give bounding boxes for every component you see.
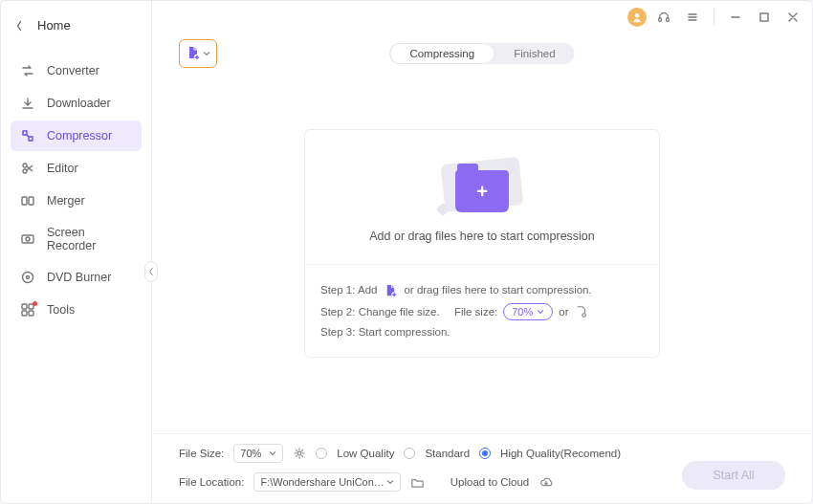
start-all-label: Start All bbox=[713, 469, 754, 482]
quality-high-radio[interactable] bbox=[479, 448, 491, 459]
sidebar-item-screen-recorder[interactable]: Screen Recorder bbox=[11, 218, 142, 260]
file-size-value: 70% bbox=[512, 306, 533, 318]
quality-low-label: Low Quality bbox=[337, 448, 394, 459]
folder-add-illustration: + bbox=[436, 153, 528, 220]
chevron-down-icon bbox=[269, 449, 276, 457]
step-2: Step 2: Change file size. File size: 70%… bbox=[320, 303, 644, 320]
chevron-down-icon bbox=[203, 47, 210, 60]
add-files-button[interactable] bbox=[179, 39, 217, 68]
sidebar-item-label: Converter bbox=[47, 64, 99, 77]
close-button[interactable] bbox=[781, 6, 804, 29]
step-text: File size: bbox=[454, 306, 497, 318]
step-text: Step 1: Add bbox=[320, 284, 377, 296]
compressor-icon bbox=[20, 128, 35, 143]
file-location-value: F:\Wondershare UniConverter 1 bbox=[260, 476, 386, 488]
sidebar-item-label: Editor bbox=[47, 162, 78, 175]
step-text: or drag files here to start compression. bbox=[404, 284, 591, 296]
notification-badge bbox=[33, 301, 37, 306]
account-button[interactable] bbox=[627, 8, 647, 27]
chevron-down-icon bbox=[386, 478, 394, 486]
sidebar-item-dvd-burner[interactable]: DVD Burner bbox=[11, 262, 142, 293]
file-add-icon bbox=[383, 282, 398, 297]
sidebar-item-label: Tools bbox=[47, 303, 75, 317]
quality-standard-label: Standard bbox=[425, 448, 470, 459]
settings-button[interactable] bbox=[293, 447, 306, 460]
sidebar-item-converter[interactable]: Converter bbox=[11, 55, 142, 86]
sidebar-item-label: Merger bbox=[47, 194, 85, 208]
sidebar-item-label: Compressor bbox=[47, 129, 112, 142]
file-size-pill[interactable]: 70% bbox=[503, 303, 553, 320]
sidebar-item-label: Screen Recorder bbox=[47, 226, 132, 252]
step-text: or bbox=[559, 306, 568, 318]
tab-finished[interactable]: Finished bbox=[494, 43, 574, 64]
file-size-select[interactable]: 70% bbox=[233, 444, 283, 463]
quality-standard-radio[interactable] bbox=[404, 448, 415, 459]
sidebar-item-compressor[interactable]: Compressor bbox=[11, 121, 142, 151]
downloader-icon bbox=[20, 96, 35, 111]
sidebar-item-downloader[interactable]: Downloader bbox=[11, 88, 142, 119]
maximize-button[interactable] bbox=[753, 6, 776, 29]
tab-switch: Compressing Finished bbox=[389, 43, 574, 64]
sidebar: Home Converter Downloader Compressor Edi… bbox=[1, 1, 152, 503]
titlebar bbox=[152, 1, 812, 30]
file-location-select[interactable]: F:\Wondershare UniConverter 1 bbox=[253, 472, 401, 492]
support-button[interactable] bbox=[652, 6, 675, 29]
step-1: Step 1: Add or drag files here to start … bbox=[320, 282, 644, 297]
divider bbox=[714, 10, 714, 25]
merger-icon bbox=[20, 193, 35, 208]
step-text: Step 2: Change file size. bbox=[320, 306, 440, 318]
sidebar-item-label: Downloader bbox=[47, 97, 111, 110]
tools-icon bbox=[20, 302, 35, 318]
recorder-icon bbox=[20, 231, 35, 247]
menu-button[interactable] bbox=[681, 6, 704, 29]
main-panel: Compressing Finished + Add or drag files… bbox=[152, 1, 812, 503]
sidebar-item-merger[interactable]: Merger bbox=[11, 186, 142, 216]
step-3: Step 3: Start compression. bbox=[320, 326, 644, 338]
drop-zone-top: + Add or drag files here to start compre… bbox=[305, 130, 659, 264]
sidebar-item-tools[interactable]: Tools bbox=[11, 295, 142, 325]
quality-low-radio[interactable] bbox=[316, 448, 327, 459]
drop-zone[interactable]: + Add or drag files here to start compre… bbox=[304, 129, 660, 358]
chevron-down-icon bbox=[537, 308, 544, 316]
step-text: Step 3: Start compression. bbox=[320, 326, 450, 338]
minimize-button[interactable] bbox=[724, 6, 747, 29]
dvd-icon bbox=[20, 270, 35, 285]
back-icon bbox=[14, 21, 24, 31]
file-size-row: File Size: 70% Low Quality Standard High… bbox=[179, 444, 785, 463]
sidebar-collapse-button[interactable] bbox=[144, 261, 158, 282]
home-button[interactable]: Home bbox=[7, 12, 145, 38]
tab-label: Compressing bbox=[409, 48, 474, 59]
tab-label: Finished bbox=[514, 48, 555, 59]
file-size-value: 70% bbox=[240, 448, 261, 459]
sidebar-item-label: DVD Burner bbox=[47, 271, 111, 284]
instruction-steps: Step 1: Add or drag files here to start … bbox=[305, 264, 659, 357]
home-label: Home bbox=[37, 18, 71, 33]
file-settings-icon[interactable] bbox=[575, 305, 588, 318]
editor-icon bbox=[20, 161, 35, 176]
file-location-label: File Location: bbox=[179, 476, 244, 488]
upload-cloud-label: Upload to Cloud bbox=[450, 476, 529, 488]
file-size-label: File Size: bbox=[179, 448, 224, 459]
file-add-icon bbox=[186, 45, 201, 63]
converter-icon bbox=[20, 63, 35, 78]
drop-caption: Add or drag files here to start compress… bbox=[369, 230, 595, 243]
toolbar: Compressing Finished bbox=[152, 30, 812, 72]
start-all-button[interactable]: Start All bbox=[682, 461, 785, 490]
sidebar-item-editor[interactable]: Editor bbox=[11, 153, 142, 184]
cloud-upload-icon[interactable] bbox=[538, 474, 554, 490]
tab-compressing[interactable]: Compressing bbox=[389, 43, 494, 64]
open-folder-button[interactable] bbox=[410, 475, 425, 490]
quality-high-label: High Quality(Recomend) bbox=[500, 448, 621, 459]
bottom-bar: File Size: 70% Low Quality Standard High… bbox=[152, 433, 812, 503]
